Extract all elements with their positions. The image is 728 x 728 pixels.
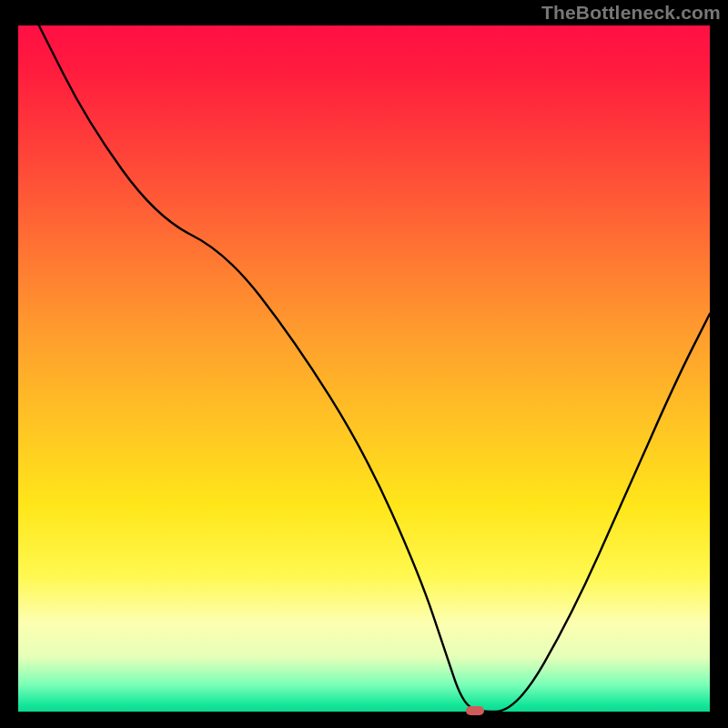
bottleneck-curve [18, 25, 710, 712]
chart-frame: TheBottleneck.com [0, 0, 728, 728]
curve-path [39, 25, 710, 712]
plot-area [18, 25, 710, 712]
watermark-text: TheBottleneck.com [541, 2, 721, 24]
optimal-marker [466, 706, 484, 715]
